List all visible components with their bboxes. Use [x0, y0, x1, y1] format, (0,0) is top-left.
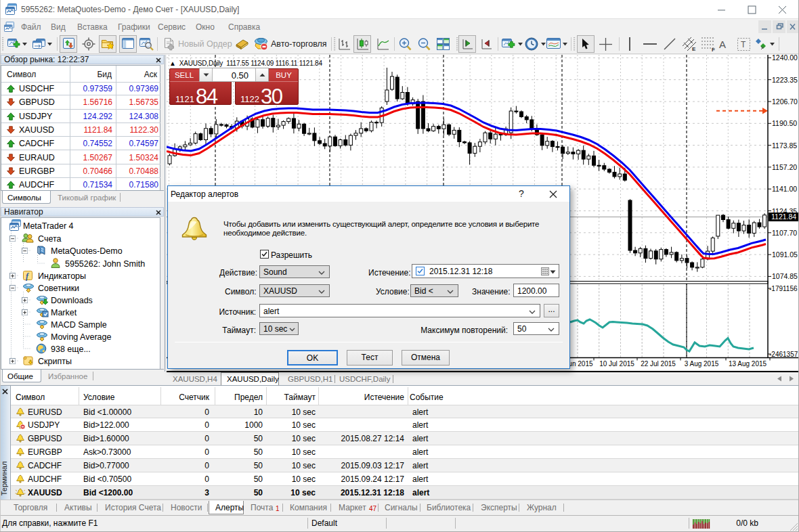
- svg-text:-2461357: -2461357: [769, 351, 798, 358]
- svg-text:-1791156: -1791156: [769, 285, 798, 292]
- svg-text:1223.35: 1223.35: [772, 76, 798, 84]
- svg-text:13 Aug 2015: 13 Aug 2015: [729, 360, 767, 368]
- svg-text:10 Jul 2015: 10 Jul 2015: [599, 360, 634, 368]
- svg-text:22 Jul 2015: 22 Jul 2015: [641, 360, 676, 368]
- svg-text:1173.85: 1173.85: [772, 141, 797, 150]
- svg-text:1121.84: 1121.84: [771, 213, 796, 221]
- svg-text:1091.05: 1091.05: [772, 250, 798, 259]
- svg-text:1141.00: 1141.00: [772, 185, 797, 193]
- svg-text:3 Aug 2015: 3 Aug 2015: [685, 360, 719, 368]
- svg-text:F: F: [712, 47, 715, 52]
- svg-text:E: E: [692, 46, 696, 52]
- svg-text:1107.70: 1107.70: [772, 229, 797, 237]
- svg-text:1206.70: 1206.70: [772, 97, 798, 106]
- svg-text:T: T: [741, 40, 746, 49]
- svg-text:1190.50: 1190.50: [772, 119, 797, 127]
- svg-text:1157.20: 1157.20: [772, 163, 797, 171]
- svg-text:1074.85: 1074.85: [772, 272, 798, 280]
- svg-text:1240.00: 1240.00: [772, 55, 798, 62]
